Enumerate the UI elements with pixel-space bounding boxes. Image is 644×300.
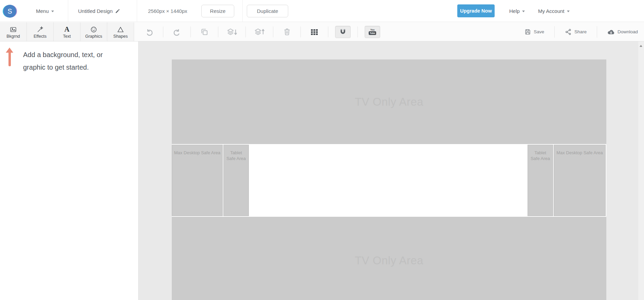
tool-divider (357, 27, 358, 37)
save-floppy-icon (525, 29, 531, 35)
tool-divider (597, 26, 597, 38)
upgrade-now-button[interactable]: Upgrade Now (457, 4, 495, 17)
triangle-icon (117, 26, 124, 33)
youtube-safe-zones-toggle[interactable]: You Tube (365, 26, 380, 38)
tool-divider (273, 27, 273, 37)
tool-divider (554, 26, 555, 38)
hint-line-2: graphic to get started. (23, 61, 118, 74)
tablet-safe-area-right: Tablet Safe Area (528, 145, 553, 216)
asset-tabs: Bkgrnd Effects A Text (0, 22, 134, 41)
logo-letter: S (3, 5, 16, 18)
tab-label: Bkgrnd (6, 34, 20, 39)
hint-line-1: Add a background, text, or (23, 49, 118, 61)
undo-button[interactable] (143, 25, 156, 39)
header-bar: S Menu Untitled Design 2560px × 1440px R… (0, 0, 644, 22)
header-divider (242, 0, 243, 22)
editor-toolbar: Bkgrnd Effects A Text (0, 22, 644, 41)
tv-only-area-label: TV Only Area (355, 95, 423, 108)
resize-button[interactable]: Resize (201, 5, 234, 17)
magnet-icon (339, 28, 347, 36)
download-button[interactable]: Download (607, 29, 638, 35)
tool-strip: You Tube (143, 22, 380, 41)
tab-shapes[interactable]: Shapes (107, 22, 134, 41)
tab-label: Graphics (85, 34, 102, 39)
menu-label: Menu (36, 8, 49, 14)
my-account-dropdown[interactable]: My Account (538, 0, 570, 22)
tool-divider (328, 27, 328, 37)
magic-wand-icon (36, 26, 44, 33)
getting-started-hint: Add a background, text, or graphic to ge… (23, 49, 118, 74)
max-desktop-safe-area-left: Max Desktop Safe Area (172, 145, 223, 216)
up-arrow-icon (6, 48, 13, 67)
share-label: Share (574, 29, 587, 34)
redo-button[interactable] (170, 25, 184, 39)
tool-divider (300, 27, 301, 37)
duplicate-layer-button[interactable] (198, 25, 211, 39)
tool-divider (190, 27, 191, 37)
my-account-label: My Account (538, 8, 565, 14)
design-title-text: Untitled Design (78, 8, 113, 14)
tab-background[interactable]: Bkgrnd (0, 22, 27, 41)
tab-label: Effects (34, 34, 47, 39)
snap-magnet-toggle[interactable] (335, 26, 351, 38)
share-button[interactable]: Share (565, 29, 587, 35)
tablet-safe-area-left: Tablet Safe Area (223, 145, 249, 216)
tv-only-area-bottom: TV Only Area (172, 217, 606, 300)
save-button[interactable]: Save (525, 29, 544, 35)
bring-forward-button[interactable] (253, 25, 266, 39)
chevron-down-icon (51, 11, 54, 12)
tab-label: Shapes (113, 34, 128, 39)
app-logo[interactable]: S (3, 4, 16, 18)
tv-only-area-label: TV Only Area (355, 254, 423, 267)
chevron-down-icon (567, 11, 570, 12)
share-icon (565, 29, 572, 35)
grid-button[interactable] (308, 25, 321, 39)
download-label: Download (618, 29, 638, 34)
help-label: Help (509, 8, 520, 14)
header-divider (68, 0, 68, 22)
delete-button[interactable] (280, 25, 294, 39)
tab-text[interactable]: A Text (54, 22, 80, 41)
canvas-dimensions: 2560px × 1440px (148, 0, 187, 22)
tool-divider (163, 27, 163, 37)
smiley-icon (90, 26, 97, 33)
image-icon (10, 26, 17, 33)
tool-divider (218, 27, 218, 37)
youtube-icon: You Tube (369, 29, 376, 35)
design-title[interactable]: Untitled Design (78, 0, 120, 22)
help-dropdown[interactable]: Help (509, 0, 525, 22)
tab-graphics[interactable]: Graphics (80, 22, 107, 41)
tab-effects[interactable]: Effects (27, 22, 54, 41)
tool-divider (245, 27, 246, 37)
vertical-scrollbar[interactable] (638, 41, 644, 300)
menu-dropdown[interactable]: Menu (36, 0, 54, 22)
tab-label: Text (63, 34, 71, 39)
chevron-down-icon (522, 11, 525, 12)
edit-pencil-icon[interactable] (115, 8, 120, 14)
save-label: Save (534, 29, 544, 34)
scroll-up-arrow-icon[interactable] (640, 45, 642, 47)
header-divider (137, 0, 137, 22)
letter-a-icon: A (64, 26, 69, 33)
duplicate-button[interactable]: Duplicate (247, 5, 288, 17)
file-actions: Save Share Download (525, 22, 638, 41)
max-desktop-safe-area-right: Max Desktop Safe Area (554, 145, 606, 216)
canvas-area[interactable]: TV Only Area Max Desktop Safe Area Table… (138, 41, 644, 300)
design-canvas[interactable]: TV Only Area Max Desktop Safe Area Table… (172, 59, 606, 300)
cloud-download-icon (607, 29, 615, 35)
left-panel: Add a background, text, or graphic to ge… (0, 41, 138, 300)
app-window: S Menu Untitled Design 2560px × 1440px R… (0, 0, 644, 300)
send-backward-button[interactable] (225, 25, 239, 39)
tv-only-area-top: TV Only Area (172, 59, 606, 144)
